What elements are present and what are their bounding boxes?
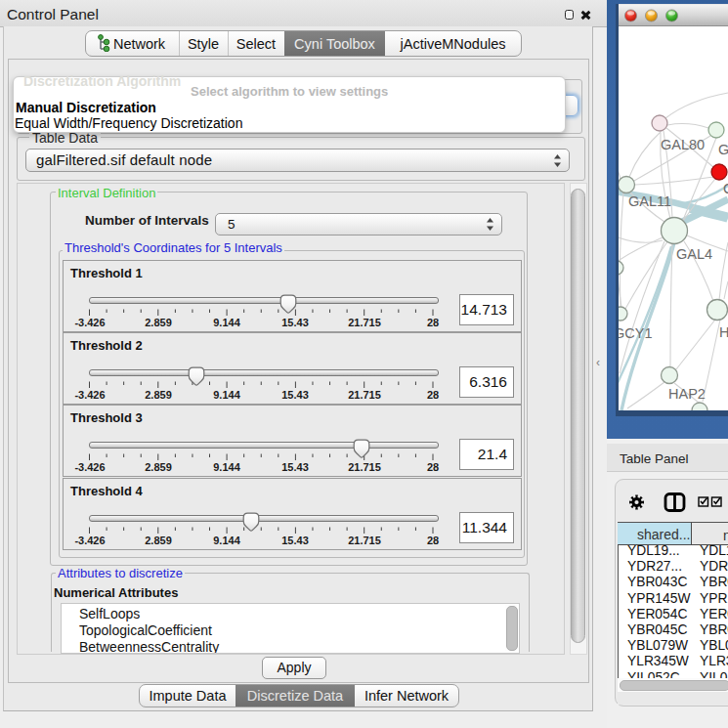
svg-text:C: C bbox=[723, 181, 728, 196]
svg-text:GAL11: GAL11 bbox=[628, 193, 671, 209]
svg-text:GAL80: GAL80 bbox=[661, 137, 705, 152]
svg-text:H: H bbox=[719, 324, 728, 340]
svg-text:GCY1: GCY1 bbox=[619, 325, 653, 341]
svg-text:GAL4: GAL4 bbox=[676, 246, 712, 262]
svg-text:G.: G. bbox=[718, 142, 728, 157]
svg-text:HAP2: HAP2 bbox=[668, 386, 706, 402]
